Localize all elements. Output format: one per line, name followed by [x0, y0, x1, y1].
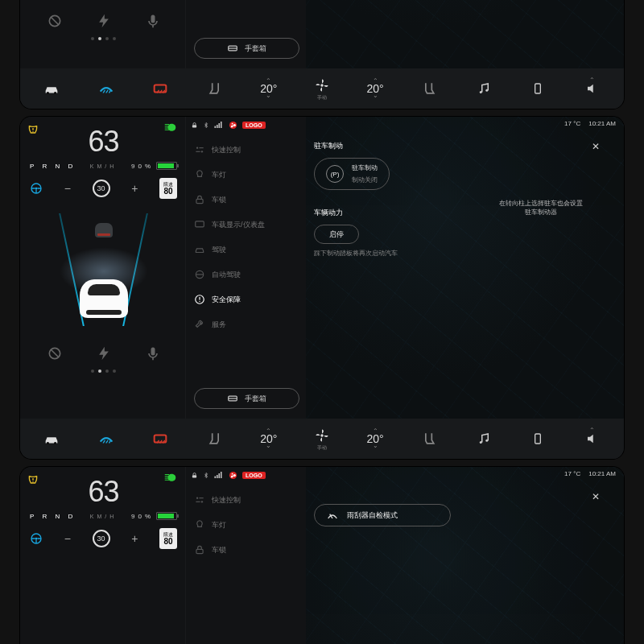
fan-control[interactable]: 手动 [314, 77, 330, 100]
svg-point-53 [480, 441, 482, 444]
menu-quick-controls[interactable]: 快速控制 [194, 142, 299, 157]
svg-rect-32 [221, 122, 222, 128]
phone-icon[interactable] [529, 430, 547, 448]
svg-rect-67 [192, 475, 196, 477]
menu-autopilot[interactable]: 自动驾驶 [194, 267, 299, 282]
cruise-plus-button[interactable]: + [129, 182, 140, 195]
parking-brake-hint: 在转向柱上选择驻车也会设置驻车制动器 [497, 199, 585, 217]
close-icon[interactable]: ✕ [592, 491, 600, 502]
cruise-minus-button[interactable]: − [62, 182, 73, 195]
road-visualization [30, 205, 177, 342]
svg-point-10 [480, 91, 482, 93]
svg-rect-30 [217, 125, 218, 128]
speed-value: 63 [88, 475, 118, 509]
menu-locks[interactable]: 车锁 [194, 543, 299, 557]
cruise-minus-button[interactable]: − [62, 532, 73, 545]
ego-vehicle-icon [80, 279, 128, 318]
menu-service[interactable]: 服务 [194, 317, 299, 332]
dashcam-icon[interactable] [47, 13, 63, 29]
lock-icon[interactable] [191, 471, 198, 480]
defrost-rear-icon[interactable] [151, 80, 169, 97]
lock-icon[interactable] [191, 121, 198, 130]
defrost-rear-icon[interactable] [151, 430, 169, 448]
svg-rect-71 [221, 472, 222, 478]
parking-brake-toggle[interactable]: (P) 驻车制动制动关闭 [314, 158, 390, 190]
temp-left[interactable]: ⌃20°⌄ [260, 430, 277, 448]
cruise-plus-button[interactable]: + [129, 532, 140, 545]
music-icon[interactable] [475, 430, 493, 448]
menu-lights[interactable]: 车灯 [194, 518, 299, 532]
menu-display[interactable]: 车载显示/仪表盘 [194, 217, 299, 232]
svg-rect-28 [192, 125, 196, 127]
drive-cluster: 63 P R N D KM/H 90% − 30 + 限速80 [20, 117, 185, 419]
signal-icon [214, 121, 224, 129]
screen-panel-3: 63 P R N D KM/H 90% − 30 + 限速80 [20, 467, 624, 644]
volume-icon[interactable]: ⌃ [584, 80, 601, 97]
status-right: 17 °C10:21 AM [564, 120, 616, 127]
svg-point-49 [47, 442, 49, 444]
menu-safety[interactable]: 安全保障 [194, 292, 299, 307]
svg-rect-12 [535, 84, 541, 93]
temp-right[interactable]: ⌃20°⌄ [367, 80, 384, 97]
glovebox-button[interactable]: 手套箱 [194, 38, 299, 59]
svg-point-50 [54, 442, 56, 444]
seat-left-icon[interactable] [206, 430, 224, 448]
svg-rect-68 [215, 477, 217, 479]
svg-point-75 [196, 497, 198, 499]
svg-point-34 [232, 122, 233, 124]
temp-left[interactable]: ⌃20°⌄ [260, 80, 277, 97]
lead-vehicle-icon [95, 223, 113, 237]
glovebox-button[interactable]: 手套箱 [194, 388, 299, 409]
seat-right-icon[interactable] [420, 80, 438, 97]
menu-quick-controls[interactable]: 快速控制 [194, 493, 299, 507]
power-toggle-button[interactable]: 启停 [314, 225, 359, 244]
seat-left-icon[interactable] [206, 80, 224, 97]
svg-point-35 [233, 123, 236, 126]
seat-right-icon[interactable] [420, 430, 438, 448]
svg-point-77 [201, 501, 203, 502]
cruise-ring[interactable]: 30 [93, 180, 110, 197]
speed-limit-sign: 限速80 [159, 178, 177, 199]
svg-rect-55 [535, 434, 541, 444]
safety-panel: ✕ 驻车制动 (P) 驻车制动制动关闭 在转向柱上选择驻车也会设置驻车制动器 车… [314, 141, 600, 258]
car-icon[interactable] [43, 430, 60, 448]
car-icon[interactable] [43, 80, 60, 97]
svg-point-74 [233, 473, 236, 476]
svg-rect-70 [219, 473, 221, 478]
defrost-front-icon[interactable] [97, 430, 115, 448]
screen-panel-2: 63 P R N D KM/H 90% − 30 + 限速80 [20, 117, 624, 459]
temp-right[interactable]: ⌃20°⌄ [367, 430, 384, 448]
section-parking-brake-title: 驻车制动 [314, 141, 600, 151]
wiper-panel: ✕ 雨刮器自检模式 [314, 491, 600, 526]
svg-point-14 [32, 131, 33, 132]
bolt-icon[interactable] [96, 345, 112, 361]
steering-wheel-icon [30, 182, 43, 195]
menu-lights[interactable]: 车灯 [194, 167, 299, 182]
music-icon[interactable] [475, 80, 493, 97]
dashcam-icon[interactable] [47, 345, 63, 361]
svg-point-54 [485, 440, 488, 442]
defrost-front-icon[interactable] [97, 80, 115, 97]
svg-point-38 [201, 151, 203, 152]
tpms-warning-icon [27, 123, 39, 136]
airbag-warning-icon [229, 471, 237, 480]
cruise-ring[interactable]: 30 [93, 530, 110, 547]
close-icon[interactable]: ✕ [592, 141, 600, 152]
wiper-selftest-button[interactable]: 雨刮器自检模式 [314, 504, 451, 526]
svg-point-63 [35, 538, 38, 540]
svg-point-52 [320, 434, 323, 436]
menu-locks[interactable]: 车锁 [194, 192, 299, 207]
svg-rect-79 [196, 549, 203, 553]
mic-icon[interactable] [145, 13, 161, 29]
svg-rect-69 [217, 475, 218, 478]
bolt-icon[interactable] [96, 13, 112, 29]
phone-icon[interactable] [529, 80, 547, 97]
svg-rect-26 [151, 348, 155, 356]
mic-icon[interactable] [145, 345, 161, 361]
bluetooth-icon[interactable] [203, 121, 209, 130]
bluetooth-icon[interactable] [203, 471, 209, 480]
volume-icon[interactable]: ⌃ [584, 430, 601, 448]
parking-p-icon: (P) [326, 165, 344, 183]
fan-control[interactable]: 手动 [314, 427, 330, 450]
menu-driving[interactable]: 驾驶 [194, 242, 299, 257]
